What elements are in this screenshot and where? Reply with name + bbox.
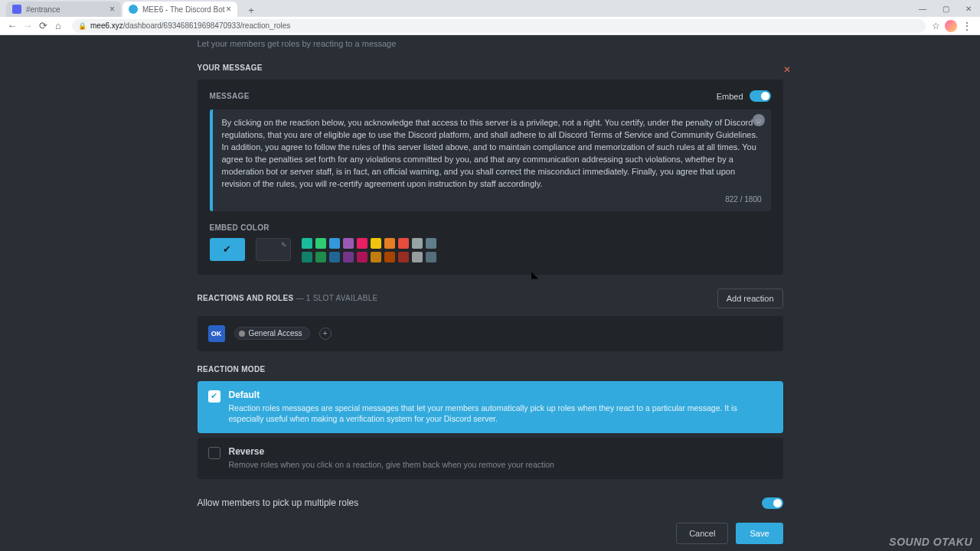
window-maximize[interactable]: ▢ [934,0,957,17]
mode-title: Default [229,390,773,400]
reaction-role-item: OK General Access + [198,316,783,351]
reaction-mode-label: REACTION MODE [198,365,783,373]
color-swatch[interactable] [329,238,340,249]
page-subtitle: Let your members get roles by reacting t… [198,35,783,64]
reaction-emoji[interactable]: OK [208,325,225,342]
window-close[interactable]: ✕ [957,0,980,17]
multi-roles-toggle[interactable] [762,497,783,509]
color-swatch[interactable] [371,238,381,249]
role-color-icon [239,331,245,337]
profile-avatar[interactable] [945,20,957,32]
add-reaction-button[interactable]: Add reaction [717,289,783,308]
color-swatch[interactable] [302,238,312,249]
color-swatch[interactable] [357,252,368,262]
tab-favicon-icon [12,5,21,14]
address-bar[interactable]: 🔒 mee6.xyz/dashboard/693468619698470933/… [72,19,926,33]
mode-option-default[interactable]: ✔ Default Reaction roles messages are sp… [198,381,783,433]
forward-button[interactable]: → [20,18,35,34]
color-swatch[interactable] [302,252,312,262]
color-swatch[interactable] [315,238,326,249]
home-button[interactable]: ⌂ [51,18,66,34]
tab-close-icon[interactable]: × [109,4,115,15]
window-controls: — ▢ ✕ [911,0,980,17]
bookmark-icon[interactable]: ☆ [932,21,940,31]
color-swatch[interactable] [426,238,436,249]
mode-desc: Reaction roles messages are special mess… [229,403,773,425]
color-swatch[interactable] [412,252,423,262]
role-tag[interactable]: General Access [234,327,310,340]
cancel-button[interactable]: Cancel [676,523,728,544]
message-card: ✕ MESSAGE Embed ☺ By clicking on the rea… [198,80,783,275]
mode-title: Reverse [229,446,554,457]
save-button[interactable]: Save [736,523,782,544]
embed-color-label: EMBED COLOR [210,223,771,232]
add-role-button[interactable]: + [319,328,332,340]
multi-roles-label: Allow members to pick up multiple roles [198,497,359,508]
url-domain: mee6.xyz [90,21,123,30]
back-button[interactable]: ← [5,18,20,34]
page-content: Let your members get roles by reacting t… [0,35,980,551]
checkbox-unchecked-icon [208,447,220,459]
char-counter: 822 / 1800 [222,195,762,204]
color-selected-swatch[interactable]: ✔ [210,238,245,261]
emoji-picker-icon[interactable]: ☺ [753,114,765,126]
reactions-roles-label: REACTIONS AND ROLES — 1 SLOT AVAILABLE [198,294,378,302]
browser-tab[interactable]: #entrance × [6,2,121,17]
color-swatch[interactable] [398,238,409,249]
url-path: /dashboard/693468619698470933/reaction_r… [123,21,291,30]
color-swatch[interactable] [412,238,423,249]
color-swatch[interactable] [343,252,354,262]
color-swatch[interactable] [329,252,340,262]
color-swatch[interactable] [426,252,436,262]
color-swatch[interactable] [343,238,354,249]
message-label: MESSAGE [210,92,250,100]
browser-tab-active[interactable]: MEE6 - The Discord Bot × [122,2,237,17]
checkbox-checked-icon: ✔ [208,390,220,403]
message-text: By clicking on the reaction below, you a… [222,117,762,191]
embed-toggle[interactable] [750,90,771,102]
embed-toggle-label: Embed [717,92,743,101]
close-icon[interactable]: ✕ [783,64,791,75]
message-textarea[interactable]: ☺ By clicking on the reaction below, you… [210,109,771,211]
mode-desc: Remove roles when you click on a reactio… [229,459,554,471]
color-swatch[interactable] [384,252,395,262]
color-swatch[interactable] [357,238,368,249]
section-your-message: YOUR MESSAGE [198,64,783,72]
chrome-tab-bar: #entrance × MEE6 - The Discord Bot × + [0,0,980,17]
tab-title: #entrance [26,5,60,14]
chrome-toolbar: ← → ⟳ ⌂ 🔒 mee6.xyz/dashboard/69346861969… [0,17,980,35]
tab-favicon-icon [129,5,138,14]
color-swatch[interactable] [398,252,409,262]
color-custom-swatch[interactable] [256,238,291,261]
reload-button[interactable]: ⟳ [35,18,51,34]
color-swatch[interactable] [315,252,326,262]
tab-title: MEE6 - The Discord Bot [142,5,225,14]
color-palette [302,238,436,262]
window-minimize[interactable]: — [911,0,934,17]
lock-icon: 🔒 [78,22,87,30]
watermark: SOUND OTAKU [889,536,972,548]
color-swatch[interactable] [384,238,395,249]
new-tab-button[interactable]: + [243,3,259,17]
chrome-menu-icon[interactable]: ⋮ [962,20,972,32]
tab-close-icon[interactable]: × [226,4,231,15]
color-swatch[interactable] [371,252,381,262]
role-name: General Access [249,329,302,337]
mode-option-reverse[interactable]: Reverse Remove roles when you click on a… [198,438,783,479]
